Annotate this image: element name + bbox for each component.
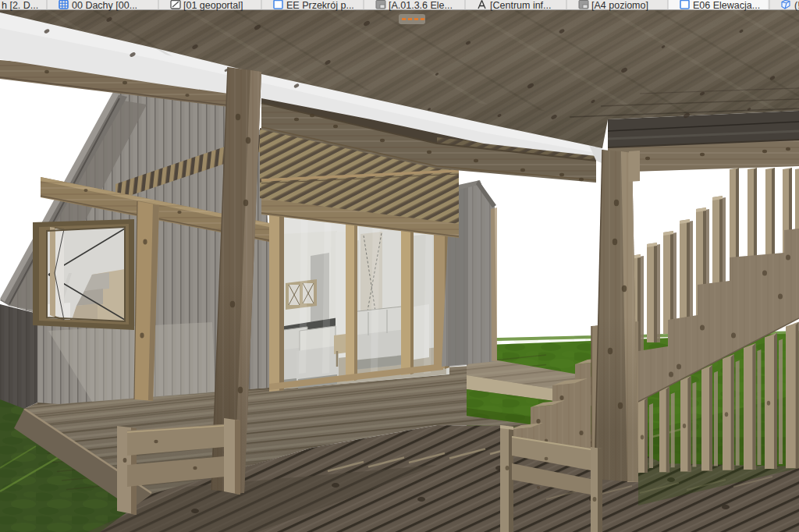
- svg-text:h [2. D...: h [2. D...: [2, 0, 38, 11]
- svg-text:[A.01.3.6 Ele...: [A.01.3.6 Ele...: [389, 0, 453, 11]
- svg-text:[Centrum inf...: [Centrum inf...: [490, 0, 552, 11]
- svg-text:E06 Elewacja...: E06 Elewacja...: [693, 0, 760, 11]
- svg-text:00 Dachy [00...: 00 Dachy [00...: [72, 0, 137, 11]
- svg-text:(!): (!): [794, 0, 799, 11]
- svg-text:[A4 poziomo]: [A4 poziomo]: [591, 0, 648, 11]
- svg-text:EE Przekrój p...: EE Przekrój p...: [286, 0, 354, 11]
- svg-text:[01 geoportal]: [01 geoportal]: [183, 0, 243, 11]
